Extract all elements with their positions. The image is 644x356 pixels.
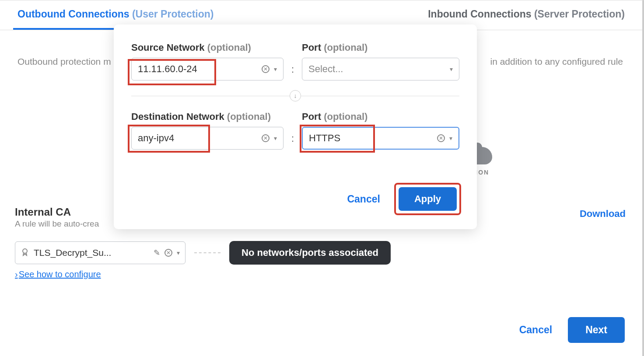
destination-port-label: Port (optional) [302, 111, 459, 122]
destination-network-optional: (optional) [227, 111, 271, 122]
source-network-field: Source Network (optional) 11.11.60.0-24 … [131, 42, 284, 80]
popover-apply-button[interactable]: Apply [399, 187, 457, 211]
source-network-label-text: Source Network [131, 42, 205, 53]
source-row: Source Network (optional) 11.11.60.0-24 … [131, 42, 459, 80]
clear-icon[interactable]: ✕ [164, 249, 172, 257]
footer-cancel-button[interactable]: Cancel [517, 324, 555, 336]
destination-network-select[interactable]: any-ipv4 ✕ ▾ [131, 127, 284, 150]
source-port-placeholder: Select... [308, 63, 445, 75]
svg-point-0 [23, 249, 27, 253]
clear-icon[interactable]: ✕ [262, 65, 270, 73]
footer-next-button[interactable]: Next [568, 317, 625, 343]
popover-cancel-button[interactable]: Cancel [344, 193, 382, 206]
connector-line [194, 252, 220, 253]
description-leading: Outbound protection m [18, 56, 111, 66]
tab-outbound-title: Outbound Connections [18, 8, 130, 20]
destination-port-field: Port (optional) HTTPS ✕ ▾ [302, 111, 459, 150]
chevron-down-icon[interactable]: ▾ [274, 135, 277, 142]
destination-network-label-text: Destination Network [131, 111, 224, 122]
destination-port-select[interactable]: HTTPS ✕ ▾ [302, 127, 459, 150]
tab-outbound-sub: (User Protection) [132, 8, 214, 20]
tab-inbound-title: Inbound Connections [428, 8, 531, 20]
source-port-label-text: Port [302, 42, 321, 53]
chevron-down-icon[interactable]: ▾ [177, 249, 180, 256]
see-how-to-configure-link[interactable]: See how to configure [15, 269, 101, 279]
destination-port-label-text: Port [302, 111, 321, 122]
footer-actions: Cancel Next [517, 317, 625, 343]
source-port-field: Port (optional) Select... ▾ [302, 42, 459, 80]
clear-icon[interactable]: ✕ [262, 134, 270, 142]
source-port-select[interactable]: Select... ▾ [302, 58, 459, 80]
chevron-down-icon[interactable]: ▾ [274, 66, 277, 73]
download-link[interactable]: Download [580, 208, 626, 220]
destination-network-label: Destination Network (optional) [131, 111, 284, 122]
popover-actions: Cancel Apply [131, 185, 459, 213]
internal-ca-name: TLS_Decrypt_Su... [34, 248, 149, 258]
certificate-icon [21, 248, 29, 258]
internal-ca-select[interactable]: TLS_Decrypt_Su... ✎ ✕ ▾ [15, 241, 186, 264]
apply-highlight: Apply [396, 185, 459, 213]
source-network-optional: (optional) [207, 42, 251, 53]
description-trailing: in addition to any configured rule [490, 56, 623, 66]
destination-network-value: any-ipv4 [138, 133, 257, 144]
chevron-down-icon[interactable]: ▾ [449, 135, 452, 142]
destination-network-field: Destination Network (optional) any-ipv4 … [131, 111, 284, 150]
tab-inbound-sub: (Server Protection) [534, 8, 625, 20]
destination-port-value: HTTPS [309, 133, 433, 144]
source-network-select[interactable]: 11.11.60.0-24 ✕ ▾ [131, 58, 284, 80]
chevron-down-icon[interactable]: ▾ [450, 66, 453, 73]
colon-separator: : [290, 64, 296, 80]
arrow-down-icon: ↓ [290, 90, 301, 101]
destination-port-optional: (optional) [324, 111, 368, 122]
edit-icon[interactable]: ✎ [154, 248, 160, 258]
destination-row: Destination Network (optional) any-ipv4 … [131, 111, 459, 150]
direction-arrow: ↓ [131, 90, 459, 101]
source-port-optional: (optional) [324, 42, 368, 53]
source-port-label: Port (optional) [302, 42, 459, 53]
source-network-label: Source Network (optional) [131, 42, 284, 53]
colon-separator: : [290, 133, 296, 150]
no-networks-pill: No networks/ports associated [229, 241, 391, 265]
clear-icon[interactable]: ✕ [437, 134, 445, 142]
source-network-value: 11.11.60.0-24 [138, 63, 257, 75]
network-port-popover: Source Network (optional) 11.11.60.0-24 … [114, 24, 477, 229]
internal-ca-row: TLS_Decrypt_Su... ✎ ✕ ▾ No networks/port… [15, 241, 391, 265]
